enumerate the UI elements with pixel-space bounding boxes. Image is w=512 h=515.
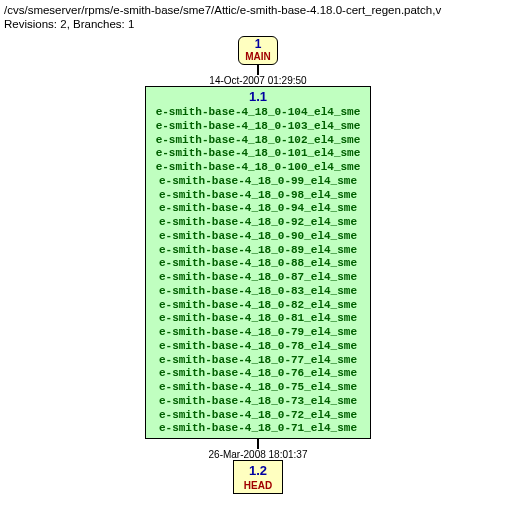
rev1-tag: e-smith-base-4_18_0-77_el4_sme bbox=[156, 354, 361, 368]
rev1-tag: e-smith-base-4_18_0-72_el4_sme bbox=[156, 409, 361, 423]
rev1-tag: e-smith-base-4_18_0-92_el4_sme bbox=[156, 216, 361, 230]
rev1-tag: e-smith-base-4_18_0-101_el4_sme bbox=[156, 147, 361, 161]
rev1-tag: e-smith-base-4_18_0-99_el4_sme bbox=[156, 175, 361, 189]
rev-node-1-1[interactable]: 1.1 e-smith-base-4_18_0-104_el4_smee-smi… bbox=[8, 86, 508, 439]
graph-edge bbox=[257, 439, 259, 449]
rev1-tag: e-smith-base-4_18_0-71_el4_sme bbox=[156, 422, 361, 436]
rev1-tag: e-smith-base-4_18_0-73_el4_sme bbox=[156, 395, 361, 409]
rev1-tag: e-smith-base-4_18_0-100_el4_sme bbox=[156, 161, 361, 175]
rev2-timestamp: 26-Mar-2008 18:01:37 bbox=[8, 449, 508, 460]
rev1-number: 1.1 bbox=[156, 89, 361, 104]
repo-stats: Revisions: 2, Branches: 1 bbox=[4, 18, 508, 30]
rev1-tag: e-smith-base-4_18_0-94_el4_sme bbox=[156, 202, 361, 216]
rev1-tag: e-smith-base-4_18_0-78_el4_sme bbox=[156, 340, 361, 354]
rev1-tag: e-smith-base-4_18_0-81_el4_sme bbox=[156, 312, 361, 326]
rev1-tag: e-smith-base-4_18_0-103_el4_sme bbox=[156, 120, 361, 134]
rev1-tag: e-smith-base-4_18_0-87_el4_sme bbox=[156, 271, 361, 285]
rev1-tag: e-smith-base-4_18_0-82_el4_sme bbox=[156, 299, 361, 313]
revision-graph: 1 MAIN 14-Oct-2007 01:29:50 1.1 e-smith-… bbox=[8, 36, 508, 494]
rev-node-1-2[interactable]: 1.2 HEAD bbox=[8, 460, 508, 494]
rev1-tag: e-smith-base-4_18_0-76_el4_sme bbox=[156, 367, 361, 381]
branch-number: 1 bbox=[245, 38, 271, 51]
rev1-tag: e-smith-base-4_18_0-104_el4_sme bbox=[156, 106, 361, 120]
repo-path: /cvs/smeserver/rpms/e-smith-base/sme7/At… bbox=[4, 4, 508, 16]
rev2-head-label: HEAD bbox=[244, 480, 272, 491]
rev1-timestamp: 14-Oct-2007 01:29:50 bbox=[8, 75, 508, 86]
branch-label: MAIN bbox=[245, 51, 271, 62]
rev1-tag: e-smith-base-4_18_0-79_el4_sme bbox=[156, 326, 361, 340]
rev1-tag: e-smith-base-4_18_0-75_el4_sme bbox=[156, 381, 361, 395]
rev1-tag: e-smith-base-4_18_0-83_el4_sme bbox=[156, 285, 361, 299]
rev1-tag: e-smith-base-4_18_0-90_el4_sme bbox=[156, 230, 361, 244]
rev2-number: 1.2 bbox=[244, 463, 272, 478]
rev1-tag: e-smith-base-4_18_0-89_el4_sme bbox=[156, 244, 361, 258]
graph-edge bbox=[257, 65, 259, 75]
rev1-tag: e-smith-base-4_18_0-88_el4_sme bbox=[156, 257, 361, 271]
branch-node-main[interactable]: 1 MAIN bbox=[8, 36, 508, 65]
rev1-tag: e-smith-base-4_18_0-98_el4_sme bbox=[156, 189, 361, 203]
rev1-tag: e-smith-base-4_18_0-102_el4_sme bbox=[156, 134, 361, 148]
